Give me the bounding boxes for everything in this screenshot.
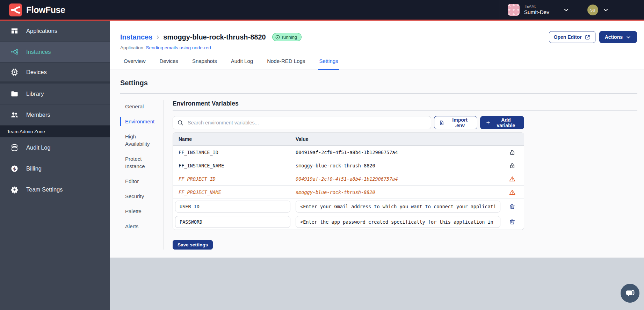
actions-label: Actions bbox=[605, 34, 623, 40]
save-settings-button[interactable]: Save settings bbox=[173, 240, 213, 250]
sidebar-item-audit-log[interactable]: Audit Log bbox=[0, 137, 110, 158]
tab-snapshots[interactable]: Snapshots bbox=[191, 57, 218, 70]
flowfuse-logo-icon bbox=[9, 3, 22, 16]
applications-icon bbox=[10, 27, 19, 35]
header-right: TEAM: Sumit-Dev su bbox=[499, 0, 609, 20]
table-header: Name Value bbox=[173, 133, 524, 146]
team-text: TEAM: Sumit-Dev bbox=[524, 4, 549, 16]
actions-button[interactable]: Actions bbox=[599, 31, 637, 43]
env-var-name-input[interactable] bbox=[175, 216, 290, 228]
env-var-value: smoggy-blue-rock-thrush-8820 bbox=[296, 163, 375, 168]
tab-audit-log[interactable]: Audit Log bbox=[230, 57, 254, 70]
breadcrumb: Instances smoggy-blue-rock-thrush-8820 r… bbox=[120, 31, 637, 43]
env-var-name: FF_INSTANCE_NAME bbox=[173, 163, 224, 168]
settings-nav-security[interactable]: Security bbox=[120, 190, 164, 203]
environment-panel: Environment Variables Import .env A bbox=[173, 100, 637, 250]
env-var-value-input[interactable] bbox=[296, 201, 500, 212]
tab-node-red-logs[interactable]: Node-RED Logs bbox=[266, 57, 306, 70]
team-selector[interactable]: TEAM: Sumit-Dev bbox=[499, 0, 578, 20]
bottom-strip bbox=[110, 258, 644, 310]
sidebar-item-label: Audit Log bbox=[26, 144, 51, 151]
env-var-row: FF_INSTANCE_NAME smoggy-blue-rock-thrush… bbox=[173, 159, 524, 172]
warning-icon bbox=[509, 189, 516, 196]
settings-nav-protect-instance[interactable]: Protect Instance bbox=[120, 152, 164, 173]
add-variable-label: Add variable bbox=[493, 117, 519, 128]
search-box bbox=[173, 116, 431, 129]
team-name: Sumit-Dev bbox=[524, 9, 549, 15]
sidebar-item-members[interactable]: Members bbox=[0, 104, 110, 125]
sidebar-item-team-settings[interactable]: Team Settings bbox=[0, 179, 110, 200]
chat-icon bbox=[625, 288, 635, 298]
lock-icon bbox=[509, 162, 516, 169]
billing-icon: $ bbox=[10, 165, 19, 173]
sidebar-item-library[interactable]: Library bbox=[0, 84, 110, 104]
brand-home-link[interactable]: FlowFuse bbox=[9, 3, 65, 16]
settings-nav-palette[interactable]: Palette bbox=[120, 205, 164, 218]
sidebar-item-label: Team Settings bbox=[26, 186, 63, 193]
external-link-icon bbox=[585, 34, 591, 40]
sidebar-item-label: Library bbox=[26, 91, 44, 97]
user-menu[interactable]: su bbox=[578, 5, 609, 15]
import-doc-icon bbox=[439, 120, 444, 126]
page-title: smoggy-blue-rock-thrush-8820 bbox=[163, 33, 266, 41]
brand-name: FlowFuse bbox=[26, 5, 65, 15]
instances-icon bbox=[10, 48, 19, 56]
settings-section: Settings General Environment High Availa… bbox=[110, 70, 644, 258]
env-var-value-input[interactable] bbox=[296, 216, 500, 228]
sidebar-item-applications[interactable]: Applications bbox=[0, 21, 110, 42]
application-link[interactable]: Sending emails using node-red bbox=[146, 45, 211, 50]
sidebar-item-label: Instances bbox=[26, 49, 51, 55]
search-input[interactable] bbox=[173, 116, 431, 129]
tab-overview[interactable]: Overview bbox=[123, 57, 146, 70]
import-env-label: Import .env bbox=[447, 117, 472, 128]
env-var-row: FF_PROJECT_NAME smoggy-blue-rock-thrush-… bbox=[173, 186, 524, 199]
tab-settings[interactable]: Settings bbox=[318, 57, 339, 70]
application-line: Application: Sending emails using node-r… bbox=[120, 45, 637, 50]
chat-widget-button[interactable] bbox=[621, 284, 639, 303]
trash-icon[interactable] bbox=[509, 218, 516, 225]
sidebar-item-billing[interactable]: $ Billing bbox=[0, 158, 110, 179]
play-circle-icon bbox=[275, 35, 280, 40]
sidebar-item-label: Billing bbox=[26, 165, 42, 172]
env-var-row bbox=[173, 199, 524, 214]
team-avatar bbox=[508, 4, 520, 16]
env-var-row bbox=[173, 214, 524, 230]
sidebar-item-devices[interactable]: Devices bbox=[0, 63, 110, 84]
trash-icon[interactable] bbox=[509, 203, 516, 210]
sidebar-item-label: Applications bbox=[26, 28, 57, 34]
instance-tabs: Overview Devices Snapshots Audit Log Nod… bbox=[110, 57, 644, 70]
settings-nav-general[interactable]: General bbox=[120, 100, 164, 113]
team-chevron-down-icon bbox=[563, 7, 570, 13]
chevron-down-icon bbox=[625, 34, 631, 40]
settings-title: Settings bbox=[120, 79, 637, 87]
env-var-name: FF_INSTANCE_ID bbox=[173, 150, 218, 155]
env-var-name-input[interactable] bbox=[175, 201, 290, 212]
breadcrumb-instances-link[interactable]: Instances bbox=[120, 33, 152, 41]
breadcrumb-chevron-right-icon bbox=[155, 34, 161, 40]
team-admin-zone-label: Team Admin Zone bbox=[0, 125, 110, 137]
subnav-divider bbox=[164, 100, 164, 250]
add-variable-button[interactable]: Add variable bbox=[480, 116, 524, 129]
env-var-name: FF_PROJECT_NAME bbox=[173, 189, 221, 195]
header-actions: Open Editor Actions bbox=[549, 31, 637, 43]
settings-nav-editor[interactable]: Editor bbox=[120, 175, 164, 188]
tab-devices[interactable]: Devices bbox=[159, 57, 179, 70]
sidebar-item-label: Devices bbox=[26, 69, 47, 75]
env-var-value: 004919af-2cf0-4f51-a8b4-1b12906757a4 bbox=[296, 176, 398, 182]
open-editor-button[interactable]: Open Editor bbox=[549, 31, 595, 43]
library-icon bbox=[10, 90, 19, 98]
import-env-button[interactable]: Import .env bbox=[434, 116, 477, 129]
settings-subnav: General Environment High Availability Pr… bbox=[120, 100, 164, 250]
open-editor-label: Open Editor bbox=[554, 34, 582, 40]
settings-nav-high-availability[interactable]: High Availability bbox=[120, 130, 164, 150]
sidebar: Applications Instances Devices Library M… bbox=[0, 21, 110, 310]
audit-log-icon bbox=[10, 144, 19, 152]
devices-icon bbox=[10, 68, 19, 76]
application-label: Application: bbox=[120, 45, 145, 50]
status-badge: running bbox=[272, 33, 302, 41]
settings-nav-alerts[interactable]: Alerts bbox=[120, 220, 164, 233]
sidebar-item-instances[interactable]: Instances bbox=[0, 42, 110, 63]
user-chevron-down-icon bbox=[602, 7, 609, 13]
settings-nav-environment[interactable]: Environment bbox=[120, 115, 164, 128]
environment-variables-table: Name Value FF_INSTANCE_ID bbox=[173, 132, 524, 230]
